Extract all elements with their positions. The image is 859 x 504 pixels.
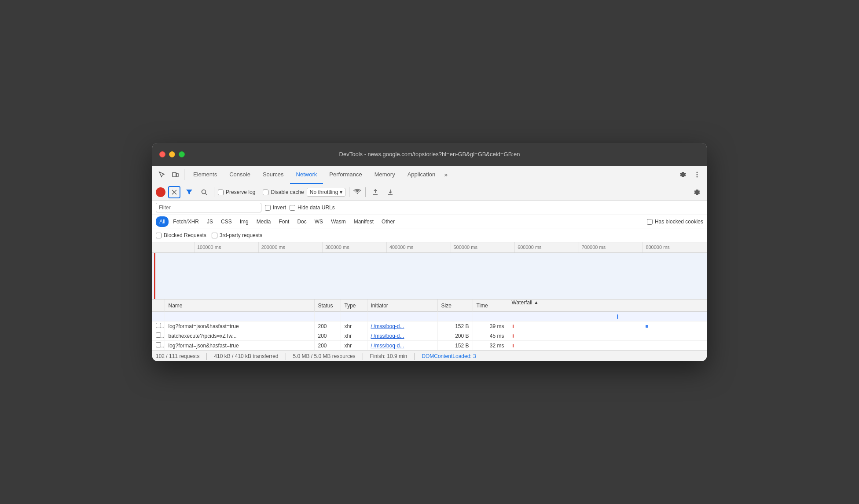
td-name-1[interactable]: log?format=json&hasfast=true	[165, 321, 314, 331]
devtools-body: Elements Console Sources Network Perform…	[152, 166, 707, 362]
hide-data-urls-checkbox[interactable]	[290, 205, 295, 211]
blocked-requests-label[interactable]: Blocked Requests	[156, 232, 206, 238]
ruler-label-200k: 200000 ms	[258, 242, 323, 252]
table-body: log?format=json&hasfast=true 200 xhr / /…	[152, 312, 707, 351]
download-icon[interactable]	[384, 186, 396, 198]
minimize-button[interactable]	[169, 151, 175, 157]
type-filter-all[interactable]: All	[156, 216, 169, 227]
td-name-2[interactable]: batchexecute?rpcids=xZTw...	[165, 331, 314, 341]
ruler-label-700k: 700000 ms	[579, 242, 643, 252]
td-status-0	[314, 312, 341, 321]
options-bar: Blocked Requests 3rd-party requests	[152, 229, 707, 242]
upload-icon[interactable]	[369, 186, 382, 198]
tab-more-button[interactable]: »	[441, 165, 450, 184]
third-party-requests-checkbox[interactable]	[212, 233, 217, 238]
invert-label[interactable]: Invert	[265, 205, 286, 211]
timeline-area	[152, 253, 707, 299]
disable-cache-label[interactable]: Disable cache	[263, 189, 304, 195]
record-button[interactable]	[156, 187, 165, 197]
filter-icon[interactable]	[183, 186, 195, 198]
td-size-2: 200 B	[437, 331, 473, 341]
clear-button[interactable]	[168, 186, 180, 198]
type-filter-doc[interactable]: Doc	[294, 216, 310, 227]
close-button[interactable]	[159, 151, 165, 157]
preserve-log-checkbox[interactable]	[218, 190, 224, 195]
search-icon[interactable]	[198, 186, 210, 198]
invert-checkbox[interactable]	[265, 205, 271, 211]
td-initiator-3[interactable]: / /mss/boq-d...	[367, 341, 437, 351]
ruler-label-300k: 300000 ms	[322, 242, 386, 252]
td-checkbox-1[interactable]	[152, 321, 165, 331]
tab-network[interactable]: Network	[290, 165, 323, 184]
table-row-1[interactable]: batchexecute?rpcids=xZTw... 200 xhr / /m…	[152, 331, 707, 341]
maximize-button[interactable]	[179, 151, 185, 157]
row-checkbox-1[interactable]	[156, 323, 161, 328]
status-divider-4	[414, 353, 415, 360]
td-size-3: 152 B	[437, 341, 473, 351]
th-initiator[interactable]: Initiator	[367, 299, 437, 312]
td-waterfall-3	[508, 341, 707, 351]
td-initiator-1[interactable]: / /mss/boq-d...	[367, 321, 437, 331]
tab-performance[interactable]: Performance	[323, 165, 368, 184]
tab-elements[interactable]: Elements	[187, 165, 223, 184]
blocked-requests-checkbox[interactable]	[156, 233, 162, 238]
tab-sources[interactable]: Sources	[257, 165, 290, 184]
th-size[interactable]: Size	[437, 299, 473, 312]
type-filter-font[interactable]: Font	[275, 216, 293, 227]
ruler-label-800k: 800000 ms	[642, 242, 707, 252]
table-container: Name Status Type Initiator Size Time Wat…	[152, 299, 707, 351]
table-row-0[interactable]: log?format=json&hasfast=true 200 xhr / /…	[152, 321, 707, 331]
tab-console[interactable]: Console	[223, 165, 257, 184]
td-size-1: 152 B	[437, 321, 473, 331]
throttle-select[interactable]: No throttling ▾	[307, 188, 346, 197]
tab-memory[interactable]: Memory	[368, 165, 401, 184]
th-type[interactable]: Type	[341, 299, 367, 312]
type-filter-wasm[interactable]: Wasm	[327, 216, 349, 227]
td-type-1: xhr	[341, 321, 367, 331]
timeline-red-line	[154, 253, 155, 299]
type-filter-js[interactable]: JS	[203, 216, 217, 227]
th-time[interactable]: Time	[473, 299, 508, 312]
has-blocked-cookies-label[interactable]: Has blocked cookies	[647, 219, 703, 225]
th-name[interactable]: Name	[165, 299, 314, 312]
type-filter-img[interactable]: Img	[236, 216, 252, 227]
preserve-log-label[interactable]: Preserve log	[218, 189, 255, 195]
table-row-selected[interactable]	[152, 312, 707, 321]
filter-input[interactable]	[156, 203, 261, 212]
type-filter-fetch-xhr[interactable]: Fetch/XHR	[169, 216, 202, 227]
td-checkbox-2[interactable]	[152, 331, 165, 341]
wifi-icon	[353, 188, 362, 197]
table-header-row: Name Status Type Initiator Size Time Wat…	[152, 299, 707, 312]
network-toolbar: Preserve log Disable cache No throttling…	[152, 184, 707, 201]
row-checkbox-3[interactable]	[156, 342, 161, 347]
status-divider-3	[363, 353, 363, 360]
status-bar: 102 / 111 requests 410 kB / 410 kB trans…	[152, 351, 707, 361]
device-toolbar-button[interactable]	[169, 168, 181, 181]
third-party-requests-label[interactable]: 3rd-party requests	[212, 232, 262, 238]
type-filter-css[interactable]: CSS	[217, 216, 235, 227]
type-filter-other[interactable]: Other	[378, 216, 398, 227]
table-row-2[interactable]: log?format=json&hasfast=true 200 xhr / /…	[152, 341, 707, 351]
tab-application[interactable]: Application	[401, 165, 442, 184]
inspect-element-button[interactable]	[156, 168, 168, 181]
td-name-3[interactable]: log?format=json&hasfast=true	[165, 341, 314, 351]
status-divider-1	[206, 353, 207, 360]
has-blocked-cookies-checkbox[interactable]	[647, 219, 653, 225]
network-settings-button[interactable]	[691, 186, 703, 198]
td-name-0[interactable]	[165, 312, 314, 321]
type-filter-ws[interactable]: WS	[311, 216, 327, 227]
td-initiator-2[interactable]: / /mss/boq-d...	[367, 331, 437, 341]
hide-data-urls-label[interactable]: Hide data URLs	[290, 205, 335, 211]
th-waterfall[interactable]: Waterfall	[508, 299, 707, 306]
svg-point-2	[697, 172, 698, 173]
disable-cache-checkbox[interactable]	[263, 190, 268, 195]
more-options-button[interactable]	[691, 168, 703, 181]
type-filter-manifest[interactable]: Manifest	[350, 216, 377, 227]
td-checkbox-3[interactable]	[152, 341, 165, 351]
td-checkbox-0[interactable]	[152, 312, 165, 321]
row-checkbox-2[interactable]	[156, 332, 161, 338]
settings-button[interactable]	[677, 168, 689, 181]
td-initiator-0	[367, 312, 437, 321]
th-status[interactable]: Status	[314, 299, 341, 312]
type-filter-media[interactable]: Media	[253, 216, 275, 227]
